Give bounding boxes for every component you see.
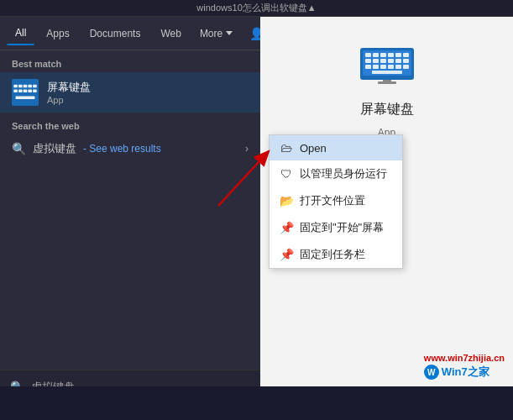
search-panel: All Apps Documents Web More 👤 ⋯ Best mat… [0,17,260,403]
tab-all[interactable]: All [7,22,34,45]
svg-rect-2 [18,85,23,87]
svg-rect-17 [373,53,379,57]
svg-rect-4 [28,85,32,87]
app-big-name: 屏幕键盘 [360,101,414,118]
svg-rect-25 [388,59,394,63]
search-icon: 🔍 [12,142,26,155]
ctx-open-label: Open [300,142,327,155]
app-icon-small [12,79,39,106]
context-menu: 🗁 Open 🛡 以管理员身份运行 📂 打开文件位置 📌 固定到"开始"屏幕 📌… [269,134,403,269]
pin-start-icon: 📌 [280,221,293,234]
see-results: - See web results [83,143,161,155]
watermark: www.win7zhijia.cn W Win7之家 [424,353,505,380]
web-search-item[interactable]: 🔍 虚拟键盘 - See web results › [12,136,249,161]
tab-web[interactable]: Web [152,23,189,45]
svg-rect-10 [33,90,37,92]
context-menu-admin[interactable]: 🛡 以管理员身份运行 [270,160,402,187]
svg-rect-28 [365,65,371,69]
best-match-label: Best match [0,50,260,72]
svg-rect-3 [24,85,28,87]
svg-rect-24 [380,59,386,63]
svg-rect-19 [388,53,394,57]
tabs-row: All Apps Documents Web More 👤 ⋯ [0,17,260,50]
context-menu-folder[interactable]: 📂 打开文件位置 [270,187,402,214]
tab-documents[interactable]: Documents [81,23,149,45]
svg-rect-29 [373,65,379,69]
svg-rect-9 [28,90,32,92]
tab-more[interactable]: More [193,23,239,45]
chevron-down-icon [226,31,233,35]
web-search-section: Search the web 🔍 虚拟键盘 - See web results … [0,113,260,165]
app-detail-top: 屏幕键盘 App [353,17,421,139]
web-search-label: Search the web [12,121,249,131]
ctx-admin-label: 以管理员身份运行 [300,166,387,181]
app-big-icon [353,42,421,92]
ctx-pin-start-label: 固定到"开始"屏幕 [300,220,384,235]
ctx-pin-taskbar-label: 固定到任务栏 [300,247,365,262]
svg-rect-1 [13,85,18,87]
match-type: App [47,95,91,105]
match-name: 屏幕键盘 [47,80,91,95]
match-info: 屏幕键盘 App [47,80,91,105]
search-content: Best match 屏幕键盘 [0,50,260,370]
svg-rect-20 [395,53,401,57]
svg-rect-26 [395,59,401,63]
taskbar [0,386,513,420]
admin-icon: 🛡 [280,167,293,181]
web-query: 虚拟键盘 [33,141,76,156]
context-menu-pin-taskbar[interactable]: 📌 固定到任务栏 [270,241,402,268]
svg-rect-22 [365,59,371,63]
svg-rect-27 [403,59,409,63]
best-match-item[interactable]: 屏幕键盘 App [0,72,260,113]
svg-rect-31 [388,65,394,69]
svg-rect-32 [395,65,401,69]
open-icon: 🗁 [280,141,293,155]
context-menu-pin-start[interactable]: 📌 固定到"开始"屏幕 [270,214,402,241]
svg-rect-13 [378,81,396,84]
svg-rect-23 [373,59,379,63]
svg-rect-6 [13,90,18,92]
svg-rect-33 [403,65,409,69]
tab-apps[interactable]: Apps [38,23,77,45]
svg-rect-21 [403,53,409,57]
watermark-logo-text: Win7之家 [442,365,489,380]
svg-rect-5 [33,85,37,87]
right-arrow-icon: › [245,143,249,155]
watermark-logo-icon: W [424,365,439,380]
pin-taskbar-icon: 📌 [280,248,293,261]
watermark-logo: W Win7之家 [424,365,505,380]
svg-rect-16 [365,53,371,57]
watermark-url: www.win7zhijia.cn [424,353,505,363]
svg-rect-34 [372,71,402,74]
svg-rect-8 [24,90,28,92]
svg-rect-18 [380,53,386,57]
folder-icon: 📂 [280,194,293,207]
svg-rect-11 [16,97,35,99]
ctx-folder-label: 打开文件位置 [300,193,365,208]
svg-rect-30 [380,65,386,69]
top-bar: windows10怎么调出软键盘▲ [0,0,513,17]
context-menu-open[interactable]: 🗁 Open [270,135,402,160]
top-bar-link[interactable]: windows10怎么调出软键盘▲ [196,2,316,14]
svg-rect-7 [18,90,23,92]
